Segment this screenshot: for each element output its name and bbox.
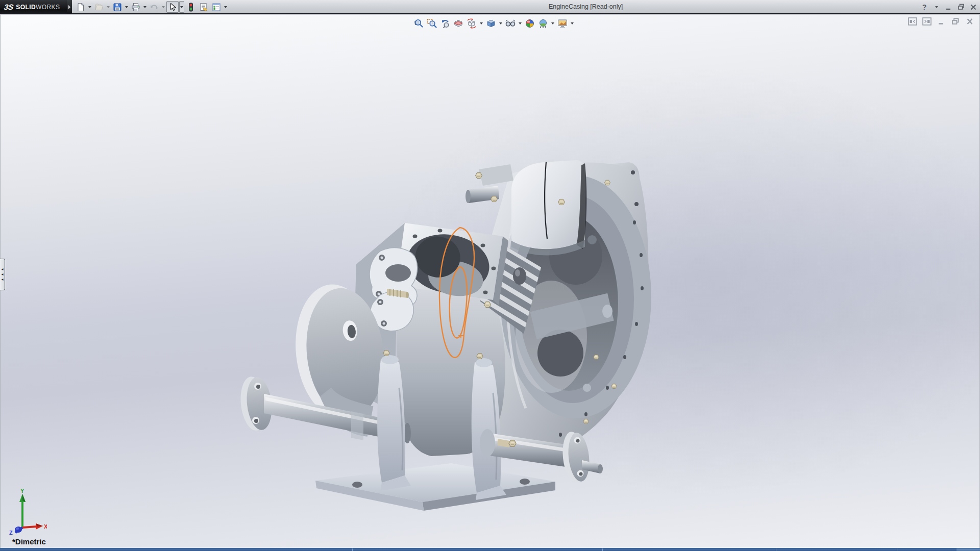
document-window-controls [908, 17, 975, 26]
open-button[interactable] [93, 1, 105, 13]
select-dropdown[interactable] [179, 1, 184, 13]
view-orientation-label: *Dimetric [12, 537, 46, 546]
view-orientation-icon [467, 18, 477, 29]
collapse-arrow-icon: ◂ [1, 268, 3, 271]
section-view-icon [453, 18, 463, 29]
save-icon [113, 3, 122, 12]
standard-toolbar [75, 1, 228, 13]
zoom-to-area-button[interactable] [426, 17, 438, 30]
undo-dropdown[interactable] [161, 1, 166, 13]
rebuild-traffic-light-icon [186, 3, 195, 12]
save-button[interactable] [111, 1, 124, 13]
feature-panel-collapsed-tab[interactable]: ◂ ◂ ◂ [0, 259, 5, 290]
solidworks-logo: 3S SOLIDWORKS [0, 0, 67, 14]
close-icon [965, 17, 974, 26]
restore-icon [951, 17, 960, 26]
solidworks-logo-text: SOLIDWORKS [16, 4, 60, 11]
undo-icon [150, 3, 159, 12]
reference-triad: Y X Z [8, 488, 47, 537]
restore-window-button[interactable] [957, 3, 966, 12]
previous-view-button[interactable] [439, 17, 451, 30]
graphics-viewport[interactable] [0, 15, 980, 548]
triad-y-axis: Y [19, 488, 26, 528]
restore-window-icon [958, 4, 965, 11]
help-button[interactable]: ? [920, 3, 929, 12]
apply-scene-dropdown[interactable] [550, 17, 555, 30]
window-controls: ? [920, 0, 978, 14]
options-dropdown[interactable] [223, 1, 228, 13]
new-document-dropdown[interactable] [87, 1, 92, 13]
hide-show-items-dropdown[interactable] [518, 17, 523, 30]
print-icon [131, 3, 140, 12]
collapse-pane-left-button[interactable] [908, 17, 918, 26]
zoom-to-fit-icon [413, 18, 424, 29]
collapse-arrow-icon: ◂ [1, 278, 3, 281]
previous-view-icon [440, 18, 450, 29]
select-button[interactable] [166, 1, 179, 13]
apply-scene-icon [538, 18, 548, 29]
zoom-to-area-icon [427, 18, 437, 29]
triad-z-axis: Z [9, 527, 22, 535]
minimize-icon [937, 17, 946, 26]
collapse-pane-right-button[interactable] [922, 17, 932, 26]
status-bar [0, 548, 980, 551]
section-view-button[interactable] [452, 17, 464, 30]
display-style-dropdown[interactable] [498, 17, 503, 30]
status-separator [776, 548, 776, 551]
viewport-gradient [1, 15, 979, 548]
appearance-ball-icon [525, 18, 535, 29]
glasses-icon [505, 18, 516, 29]
view-orientation-button[interactable] [465, 17, 478, 30]
restore-document-button[interactable] [950, 17, 961, 26]
view-settings-icon [557, 18, 568, 29]
triad-x-axis: X [22, 523, 47, 530]
status-separator [602, 548, 603, 551]
options-button[interactable] [210, 1, 223, 13]
status-separator [897, 548, 897, 551]
view-settings-dropdown[interactable] [570, 17, 575, 30]
save-dropdown[interactable] [124, 1, 129, 13]
resize-grip[interactable] [957, 548, 980, 551]
hide-show-items-button[interactable] [504, 17, 517, 30]
menu-expand-button[interactable] [67, 0, 72, 14]
edit-appearance-button[interactable] [524, 17, 536, 30]
status-separator [352, 548, 353, 551]
pane-right-icon [922, 17, 932, 26]
new-document-button[interactable] [75, 1, 87, 13]
new-document-icon [76, 3, 85, 12]
select-cursor-icon [168, 3, 177, 12]
display-style-icon [486, 18, 496, 29]
heads-up-view-toolbar [412, 17, 575, 30]
apply-scene-button[interactable] [537, 17, 549, 30]
options-icon [212, 3, 221, 12]
minimize-document-button[interactable] [936, 17, 946, 26]
open-dropdown[interactable] [106, 1, 111, 13]
close-document-button[interactable] [965, 17, 975, 26]
close-window-icon [970, 4, 977, 11]
svg-text:Z: Z [9, 530, 13, 535]
view-orientation-dropdown[interactable] [479, 17, 484, 30]
window-title: EngineCasing [Read-only] [549, 3, 623, 10]
pane-left-icon [908, 17, 917, 26]
print-dropdown[interactable] [142, 1, 148, 13]
svg-text:X: X [44, 523, 47, 530]
file-properties-button[interactable] [198, 1, 210, 13]
minimize-window-button[interactable] [944, 3, 953, 12]
minimize-window-icon [945, 4, 952, 11]
solidworks-logo-mark: 3S [4, 3, 14, 11]
help-dropdown[interactable] [932, 3, 941, 12]
open-folder-icon [94, 3, 104, 12]
view-settings-button[interactable] [556, 17, 569, 30]
title-bar: 3S SOLIDWORKS [0, 0, 980, 14]
display-style-button[interactable] [485, 17, 497, 30]
print-button[interactable] [130, 1, 142, 13]
zoom-to-fit-button[interactable] [412, 17, 425, 30]
menu-expand-icon [68, 5, 70, 9]
rebuild-button[interactable] [185, 1, 197, 13]
solidworks-window: ◂ ◂ ◂ Y X Z *Dimetri [0, 0, 980, 551]
svg-text:Y: Y [20, 488, 24, 494]
close-window-button[interactable] [969, 3, 978, 12]
file-properties-icon [199, 3, 208, 12]
collapse-arrow-icon: ◂ [1, 273, 3, 276]
undo-button[interactable] [148, 1, 160, 13]
